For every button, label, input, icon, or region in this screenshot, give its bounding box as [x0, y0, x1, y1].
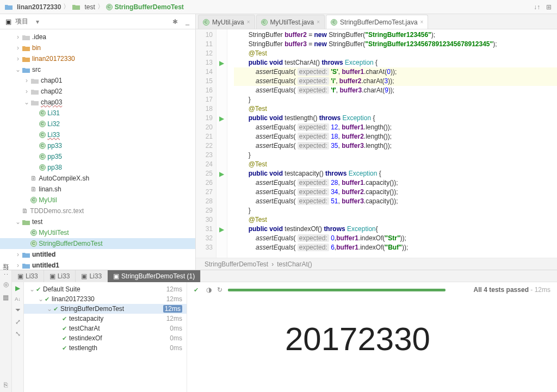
filter-icon[interactable]: ⏷: [15, 306, 21, 314]
sort-alpha-icon[interactable]: A↓: [15, 296, 21, 302]
run-tab[interactable]: ▣Li33: [76, 270, 108, 282]
sort-icon[interactable]: ↓↑: [533, 3, 541, 11]
test-tree-item[interactable]: ✔testindexOf0ms: [24, 333, 187, 343]
run-line-icon[interactable]: ▶: [219, 170, 224, 178]
close-icon[interactable]: ×: [317, 19, 320, 25]
test-name: linan20172330: [52, 295, 95, 303]
tree-twisty[interactable]: ›: [14, 33, 22, 41]
run-tab[interactable]: ▣StringBufferDemoTest (1): [108, 270, 201, 282]
editor-tab[interactable]: CStringBufferDemoTest.java×: [326, 15, 428, 29]
project-icon: [4, 3, 13, 11]
tree-item[interactable]: ›.idea: [0, 32, 195, 42]
progress-bar: [228, 289, 445, 291]
dropdown-icon[interactable]: ▾: [36, 18, 39, 26]
tree-item[interactable]: ›untitled: [0, 249, 195, 260]
tree-item[interactable]: ›linan20172330: [0, 53, 195, 64]
play-icon[interactable]: ▶: [15, 284, 20, 292]
check-icon: ✔: [36, 286, 41, 293]
gear-icon[interactable]: ✱: [171, 18, 179, 26]
tree-item[interactable]: ⌄src: [0, 64, 195, 75]
tree-twisty[interactable]: ›: [23, 88, 30, 95]
tree-item[interactable]: C Li32: [0, 119, 195, 129]
tree-item[interactable]: C pp38: [0, 162, 195, 173]
test-time: 0ms: [170, 334, 182, 342]
tree-item[interactable]: C pp35: [0, 151, 195, 162]
collapse-all-icon[interactable]: ⤡: [15, 330, 21, 338]
tree-twisty[interactable]: ›: [14, 55, 22, 63]
test-tree-item[interactable]: ⌄✔StringBufferDemoTest12ms: [24, 304, 187, 314]
class-icon: C: [39, 121, 46, 127]
expand-icon[interactable]: ⤢: [15, 318, 21, 326]
test-name: testindexOf: [69, 334, 102, 342]
close-icon[interactable]: ×: [420, 19, 424, 25]
collapse-icon[interactable]: ⎯: [183, 18, 191, 26]
module-icon[interactable]: ▦: [2, 294, 10, 301]
check-icon: ✔: [53, 306, 58, 313]
run-tab[interactable]: ▣Li33: [44, 270, 76, 282]
editor-breadcrumb: StringBufferDemoTest › testCharAt(): [196, 258, 557, 270]
tree-item[interactable]: C Li33: [0, 129, 195, 140]
editor-tab[interactable]: CMyUtilTest.java×: [256, 15, 325, 29]
tree-twisty[interactable]: ⌄: [23, 98, 30, 106]
breadcrumb-mid[interactable]: test: [84, 3, 95, 11]
test-tree-item[interactable]: ✔testcapacity12ms: [24, 314, 187, 323]
close-icon[interactable]: ×: [247, 19, 250, 25]
tree-twisty[interactable]: ⌄: [14, 218, 22, 226]
tree-item[interactable]: ›untitled1: [0, 260, 195, 270]
tree-twisty[interactable]: ⌄: [14, 66, 22, 73]
folder-icon: [30, 88, 39, 95]
status-icon[interactable]: ◑: [206, 286, 212, 294]
tree-item[interactable]: ›chap02: [0, 86, 195, 97]
tree-item[interactable]: C MyUtilTest: [0, 227, 195, 238]
editor-breadcrumb-class[interactable]: StringBufferDemoTest: [205, 260, 268, 268]
run-toolbar: ▶ A↓ ⏷ ⤢ ⤡: [12, 282, 24, 392]
run-line-icon[interactable]: ▶: [219, 226, 224, 233]
tree-item[interactable]: ›bin: [0, 42, 195, 53]
tab-icon: ▣: [113, 272, 119, 280]
run-tab[interactable]: ▣Li33: [12, 270, 44, 282]
test-tree-item[interactable]: ✔testlength0ms: [24, 343, 187, 353]
test-output: ✔ ◑ ↻ All 4 tests passed - 12ms 20172330: [187, 282, 557, 392]
project-tree[interactable]: ›.idea›bin›linan20172330⌄src›chap01›chap…: [0, 29, 195, 270]
code-editor[interactable]: StringBuffer buffer2 = new StringBuffer(…: [227, 29, 557, 258]
editor-breadcrumb-method[interactable]: testCharAt(): [277, 260, 312, 268]
layout-icon[interactable]: ⊞: [545, 3, 553, 11]
folder-icon: [22, 218, 30, 226]
run-line-icon[interactable]: ▶: [219, 115, 224, 122]
tree-item[interactable]: C StringBufferDemoTest: [0, 238, 195, 249]
editor-area: CMyUtil.java×CMyUtilTest.java×CStringBuf…: [196, 14, 557, 270]
run-panel: 运行: ◎ ▦ ⎘ ▣Li33▣Li33▣Li33▣StringBufferDe…: [0, 270, 557, 392]
tree-twisty[interactable]: ⌄: [37, 295, 45, 303]
tree-twisty[interactable]: ⌄: [28, 285, 36, 293]
tab-label: MyUtil.java: [212, 18, 244, 26]
test-tree-item[interactable]: ⌄✔Default Suite12ms: [24, 284, 187, 294]
tree-item[interactable]: 🗎 linan.sh: [0, 184, 195, 195]
breadcrumb-root[interactable]: linan20172330: [17, 3, 61, 11]
tree-item[interactable]: 🗎 TDDDemo.src.text: [0, 206, 195, 216]
test-tree-item[interactable]: ⌄✔linan2017233012ms: [24, 294, 187, 304]
project-view-icon[interactable]: ▣: [4, 18, 12, 26]
tree-twisty[interactable]: ›: [14, 262, 22, 269]
tests-icon[interactable]: ↻: [217, 286, 222, 294]
test-tree-item[interactable]: ✔testCharAt0ms: [24, 323, 187, 333]
tree-item[interactable]: C MyUtil: [0, 195, 195, 206]
tree-twisty[interactable]: ›: [23, 77, 30, 84]
tree-item[interactable]: C pp33: [0, 140, 195, 151]
tree-item[interactable]: C Li31: [0, 108, 195, 119]
tree-twisty[interactable]: ⌄: [46, 305, 53, 313]
run-status-text: All 4 tests passed: [474, 286, 529, 294]
target-icon[interactable]: ◎: [2, 281, 10, 288]
pin-icon[interactable]: ⎘: [2, 381, 10, 389]
breadcrumb-current[interactable]: StringBufferDemoTest: [115, 3, 184, 11]
test-tree[interactable]: ⌄✔Default Suite12ms⌄✔linan2017233012ms⌄✔…: [24, 282, 187, 392]
editor-tab[interactable]: CMyUtil.java×: [198, 15, 255, 29]
tree-twisty[interactable]: ›: [14, 44, 22, 52]
tree-item[interactable]: ⌄chap03: [0, 97, 195, 108]
tree-twisty[interactable]: ›: [14, 251, 22, 258]
tree-item[interactable]: 🗎 AutoCompileX.sh: [0, 173, 195, 184]
test-name: testcapacity: [69, 315, 103, 322]
tree-item[interactable]: ›chap01: [0, 75, 195, 86]
run-line-icon[interactable]: ▶: [219, 59, 224, 67]
tree-item[interactable]: ⌄test: [0, 216, 195, 227]
check-icon: ✔: [62, 335, 67, 342]
